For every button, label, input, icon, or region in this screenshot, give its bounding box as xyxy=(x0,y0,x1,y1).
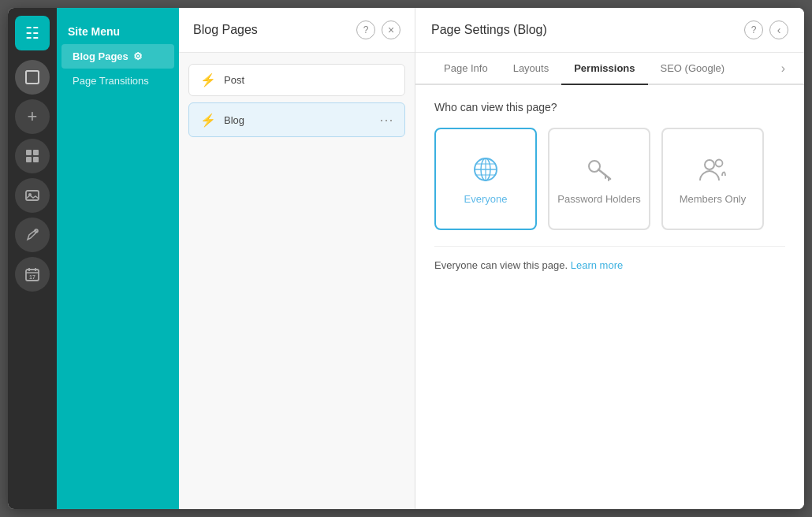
svg-rect-1 xyxy=(26,71,39,84)
page-icon-blog: ⚡ xyxy=(200,113,216,128)
svg-rect-0 xyxy=(26,71,39,84)
svg-rect-4 xyxy=(26,157,32,162)
permission-card-members[interactable]: Members Only xyxy=(661,128,764,230)
page-item-post[interactable]: ⚡ Post xyxy=(188,64,405,96)
settings-help-button[interactable]: ? xyxy=(744,20,763,39)
svg-rect-6 xyxy=(26,191,39,200)
permissions-content: Who can view this page? Everyone xyxy=(415,85,804,509)
blog-icon-btn[interactable] xyxy=(15,218,50,252)
permission-card-label-members: Members Only xyxy=(680,193,747,205)
settings-header: Page Settings (Blog) ? ‹ xyxy=(415,8,804,53)
svg-rect-2 xyxy=(26,150,32,155)
tabs-right-arrow[interactable]: › xyxy=(778,55,788,82)
media-icon-btn[interactable] xyxy=(15,178,50,213)
permission-card-label-password: Password Holders xyxy=(557,193,641,205)
settings-header-icons: ? ‹ xyxy=(744,20,788,39)
pages-icon-btn[interactable] xyxy=(15,60,50,95)
key-icon xyxy=(583,154,615,185)
page-item-blog[interactable]: ⚡ Blog ⋯ xyxy=(188,102,405,137)
permission-card-everyone[interactable]: Everyone xyxy=(434,128,537,230)
close-button[interactable]: × xyxy=(382,20,400,39)
gear-icon: ⚙ xyxy=(133,50,143,62)
settings-back-button[interactable]: ‹ xyxy=(769,20,788,39)
svg-text:17: 17 xyxy=(29,274,35,280)
settings-panel: Page Settings (Blog) ? ‹ Page Info Layou… xyxy=(415,8,804,509)
app-container: ☷ + xyxy=(8,8,804,509)
settings-title: Page Settings (Blog) xyxy=(431,23,547,37)
permissions-question: Who can view this page? xyxy=(434,101,785,113)
sidebar-item-label: Blog Pages xyxy=(73,50,129,62)
sidebar-item-label: Page Transitions xyxy=(73,75,149,87)
learn-more-link[interactable]: Learn more xyxy=(571,259,623,271)
tab-page-info[interactable]: Page Info xyxy=(431,53,501,85)
permission-card-password[interactable]: Password Holders xyxy=(548,128,650,230)
blog-pages-title: Blog Pages xyxy=(193,23,258,37)
permissions-note: Everyone can view this page. Learn more xyxy=(434,246,785,271)
tabs-row: Page Info Layouts Permissions SEO (Googl… xyxy=(415,53,804,85)
page-label-post: Post xyxy=(224,74,393,86)
blog-pages-header-icons: ? × xyxy=(356,20,400,39)
tab-seo-google[interactable]: SEO (Google) xyxy=(648,53,738,85)
globe-icon xyxy=(470,154,501,185)
page-icon-post: ⚡ xyxy=(200,73,216,87)
blog-pages-panel: Blog Pages ? × ⚡ Post ⚡ Blog ⋯ xyxy=(179,8,415,509)
sidebar-title: Site Menu xyxy=(57,19,179,44)
tab-permissions[interactable]: Permissions xyxy=(561,53,647,85)
add-icon-btn[interactable]: + xyxy=(15,99,50,134)
svg-point-24 xyxy=(705,160,714,169)
svg-point-25 xyxy=(716,159,723,166)
permission-cards: Everyone Password Holders xyxy=(434,128,785,230)
sidebar-item-blog-pages[interactable]: Blog Pages ⚙ xyxy=(61,44,174,69)
svg-rect-3 xyxy=(33,150,39,155)
apps-icon-btn[interactable] xyxy=(15,139,50,173)
permission-card-label-everyone: Everyone xyxy=(464,193,508,205)
icon-bar: ☷ + xyxy=(8,8,57,509)
sidebar: Site Menu Blog Pages ⚙ Page Transitions xyxy=(57,8,179,509)
sidebar-item-page-transitions[interactable]: Page Transitions xyxy=(61,69,174,93)
calendar-icon-btn[interactable]: 17 xyxy=(15,257,50,292)
page-list: ⚡ Post ⚡ Blog ⋯ xyxy=(179,53,415,148)
tab-layouts[interactable]: Layouts xyxy=(501,53,562,85)
page-item-more-icon[interactable]: ⋯ xyxy=(379,111,393,128)
editor-icon-top[interactable]: ☷ xyxy=(15,16,50,50)
members-icon xyxy=(697,154,728,185)
page-label-blog: Blog xyxy=(224,114,371,126)
help-button[interactable]: ? xyxy=(356,20,375,39)
blog-pages-header: Blog Pages ? × xyxy=(179,8,415,53)
svg-rect-5 xyxy=(33,157,39,162)
